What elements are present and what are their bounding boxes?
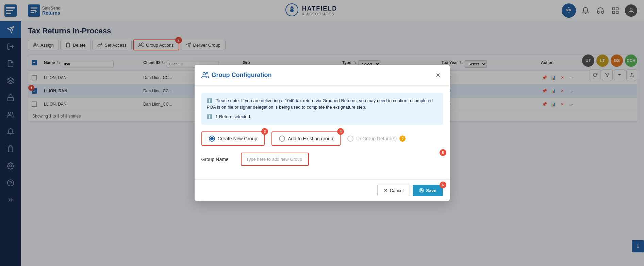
cancel-x-icon: ✕: [384, 188, 388, 193]
cancel-button[interactable]: ✕ Cancel: [377, 185, 410, 196]
group-name-input-wrapper: 5: [241, 153, 443, 166]
info-main-text: Please note: If you are delivering a 104…: [207, 98, 433, 110]
create-new-group-option[interactable]: Create New Group: [201, 131, 265, 146]
cancel-label: Cancel: [390, 188, 403, 193]
modal-title-text: Group Configuration: [212, 72, 272, 79]
save-button[interactable]: Save: [413, 185, 443, 196]
create-radio-circle: [209, 136, 215, 142]
info-box: ℹ️ Please note: If you are delivering a …: [201, 93, 443, 125]
save-icon: [419, 188, 424, 193]
add-existing-group-option[interactable]: Add to Existing group: [271, 131, 341, 146]
info-text-line1: ℹ️ Please note: If you are delivering a …: [207, 97, 437, 111]
group-config-modal: Group Configuration ✕ ℹ️ Please note: If…: [195, 65, 450, 201]
modal-header: Group Configuration ✕: [195, 65, 450, 86]
save-wrapper: Save 6: [413, 185, 443, 196]
modal-title-icon: [201, 72, 209, 79]
info-icon-2: ℹ️: [207, 114, 212, 119]
group-name-label: Group Name: [201, 157, 235, 162]
add-existing-wrapper: Add to Existing group 4: [271, 131, 341, 146]
svg-point-44: [206, 72, 208, 74]
ungroup-option: UnGroup Return(s) ?: [347, 136, 406, 142]
add-radio-circle: [279, 136, 285, 142]
step-5-badge: 5: [440, 149, 446, 156]
radio-options-row: Create New Group 3 Add to Existing group…: [201, 131, 443, 146]
group-name-input[interactable]: [241, 153, 309, 166]
info-returns-selected: ℹ️ 1 Return selected.: [207, 113, 437, 120]
modal-overlay: Group Configuration ✕ ℹ️ Please note: If…: [0, 0, 644, 266]
save-label: Save: [426, 188, 436, 193]
ungroup-radio-circle: [347, 136, 353, 142]
step-4-badge: 4: [337, 128, 344, 135]
add-existing-group-label: Add to Existing group: [288, 136, 333, 141]
step-3-badge: 3: [261, 128, 268, 135]
create-group-wrapper: Create New Group 3: [201, 131, 265, 146]
modal-footer: ✕ Cancel Save 6: [195, 179, 450, 201]
info-count-text: 1 Return selected.: [215, 114, 251, 119]
svg-point-43: [203, 73, 205, 75]
modal-title: Group Configuration: [201, 72, 272, 79]
modal-close-button[interactable]: ✕: [433, 71, 443, 80]
info-icon-1: ℹ️: [207, 98, 212, 103]
help-icon[interactable]: ?: [399, 136, 406, 142]
create-new-group-label: Create New Group: [218, 136, 258, 141]
modal-body: ℹ️ Please note: If you are delivering a …: [195, 86, 450, 180]
step-6-badge: 6: [440, 182, 446, 188]
group-name-row: Group Name 5: [201, 153, 443, 166]
ungroup-label: UnGroup Return(s): [356, 136, 397, 141]
save-button-wrapper: ✕ Cancel: [377, 185, 410, 196]
